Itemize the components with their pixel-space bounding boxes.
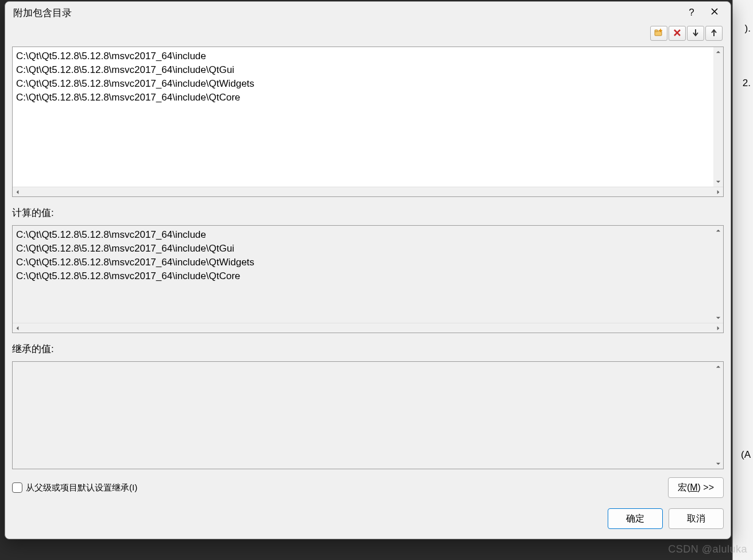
close-icon <box>710 7 719 18</box>
dialog-content: C:\Qt\Qt5.12.8\5.12.8\msvc2017_64\includ… <box>5 24 731 539</box>
cancel-button[interactable]: 取消 <box>669 508 724 529</box>
inherited-values-list <box>12 361 724 469</box>
vertical-scrollbar[interactable] <box>713 362 723 469</box>
calculated-item: C:\Qt\Qt5.12.8\5.12.8\msvc2017_64\includ… <box>16 228 720 242</box>
svg-rect-1 <box>655 30 658 32</box>
dialog-actions: 确定 取消 <box>12 504 724 529</box>
path-item[interactable]: C:\Qt\Qt5.12.8\5.12.8\msvc2017_64\includ… <box>16 77 720 91</box>
scroll-left-icon[interactable] <box>13 323 22 333</box>
path-item[interactable]: C:\Qt\Qt5.12.8\5.12.8\msvc2017_64\includ… <box>16 91 720 105</box>
horizontal-scrollbar[interactable] <box>13 323 723 333</box>
scroll-down-icon[interactable] <box>713 459 723 469</box>
scroll-up-icon[interactable] <box>713 362 723 372</box>
footer-row: 从父级或项目默认设置继承(I) 宏(M) >> <box>12 475 724 498</box>
path-item[interactable]: C:\Qt\Qt5.12.8\5.12.8\msvc2017_64\includ… <box>16 49 720 63</box>
cancel-button-label: 取消 <box>687 513 705 525</box>
calculated-values-label: 计算的值: <box>12 206 724 219</box>
macros-button[interactable]: 宏(M) >> <box>668 477 724 498</box>
new-folder-icon <box>654 28 663 39</box>
close-button[interactable] <box>703 4 726 21</box>
calculated-item: C:\Qt\Qt5.12.8\5.12.8\msvc2017_64\includ… <box>16 256 720 269</box>
macros-button-label: 宏(M) >> <box>678 482 714 494</box>
calculated-values-body: C:\Qt\Qt5.12.8\5.12.8\msvc2017_64\includ… <box>13 226 723 323</box>
scroll-up-icon[interactable] <box>713 226 723 235</box>
scroll-down-icon[interactable] <box>713 177 723 187</box>
help-icon: ? <box>689 7 694 18</box>
edit-paths-list[interactable]: C:\Qt\Qt5.12.8\5.12.8\msvc2017_64\includ… <box>12 47 724 197</box>
inherit-checkbox-label: 从父级或项目默认设置继承(I) <box>26 482 137 493</box>
calculated-values-list: C:\Qt\Qt5.12.8\5.12.8\msvc2017_64\includ… <box>12 225 724 333</box>
dialog-additional-include-directories: 附加包含目录 ? <box>5 1 731 539</box>
move-down-button[interactable] <box>687 26 704 41</box>
horizontal-scrollbar[interactable] <box>13 187 723 196</box>
scroll-right-icon[interactable] <box>713 187 723 197</box>
arrow-up-icon <box>709 28 719 39</box>
inherited-values-body <box>13 362 723 469</box>
scroll-right-icon[interactable] <box>713 323 723 333</box>
dialog-title: 附加包含目录 <box>13 6 680 20</box>
background-panel: ). 2. (A <box>732 0 753 560</box>
ok-button[interactable]: 确定 <box>608 508 663 529</box>
vertical-scrollbar[interactable] <box>713 226 723 323</box>
move-up-button[interactable] <box>705 26 723 41</box>
path-item[interactable]: C:\Qt\Qt5.12.8\5.12.8\msvc2017_64\includ… <box>16 63 720 77</box>
edit-paths-body[interactable]: C:\Qt\Qt5.12.8\5.12.8\msvc2017_64\includ… <box>13 47 723 187</box>
list-toolbar <box>12 24 724 41</box>
vertical-scrollbar[interactable] <box>713 47 723 187</box>
inherited-values-label: 继承的值: <box>12 342 724 356</box>
help-button[interactable]: ? <box>680 4 703 21</box>
bg-snippet: 2. <box>743 78 751 89</box>
bg-snippet: (A <box>741 449 751 461</box>
watermark: CSDN @aluluka <box>668 543 747 555</box>
scroll-down-icon[interactable] <box>713 313 723 323</box>
calculated-item: C:\Qt\Qt5.12.8\5.12.8\msvc2017_64\includ… <box>16 269 720 283</box>
scroll-up-icon[interactable] <box>713 47 723 57</box>
delete-icon <box>673 28 682 39</box>
titlebar[interactable]: 附加包含目录 ? <box>5 2 731 24</box>
new-line-button[interactable] <box>650 26 667 41</box>
scroll-left-icon[interactable] <box>13 187 22 197</box>
inherit-checkbox[interactable] <box>12 482 22 493</box>
ok-button-label: 确定 <box>626 513 644 525</box>
bg-snippet: ). <box>745 23 751 34</box>
calculated-item: C:\Qt\Qt5.12.8\5.12.8\msvc2017_64\includ… <box>16 242 720 256</box>
inherit-checkbox-row[interactable]: 从父级或项目默认设置继承(I) <box>12 482 137 493</box>
delete-line-button[interactable] <box>669 26 686 41</box>
arrow-down-icon <box>691 28 700 39</box>
